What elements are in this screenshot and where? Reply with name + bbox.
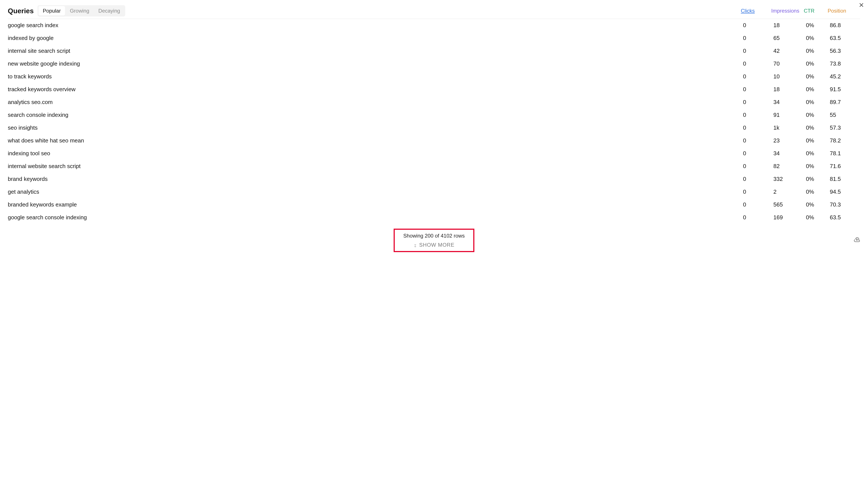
cell-impressions: 18 xyxy=(773,19,806,32)
cell-position: 71.6 xyxy=(830,160,860,173)
close-icon[interactable]: ✕ xyxy=(859,1,864,9)
table-row[interactable]: internal site search script0420%56.3 xyxy=(8,45,860,57)
cell-clicks: 0 xyxy=(743,32,773,45)
cell-position: 78.2 xyxy=(830,134,860,147)
table-row[interactable]: what does white hat seo mean0230%78.2 xyxy=(8,134,860,147)
cell-clicks: 0 xyxy=(743,45,773,57)
highlight-annotation: Showing 200 of 4102 rows ⌄⌄ SHOW MORE xyxy=(394,229,474,252)
cell-position: 86.8 xyxy=(830,19,860,32)
cell-ctr: 0% xyxy=(806,198,830,211)
cell-position: 45.2 xyxy=(830,70,860,83)
cell-query: what does white hat seo mean xyxy=(8,134,743,147)
cell-position: 70.3 xyxy=(830,198,860,211)
cell-clicks: 0 xyxy=(743,121,773,134)
table-row[interactable]: google search console indexing01690%63.5 xyxy=(8,211,860,224)
cell-impressions: 65 xyxy=(773,32,806,45)
cell-query: google search console indexing xyxy=(8,211,743,224)
table-row[interactable]: analytics seo.com0340%89.7 xyxy=(8,96,860,109)
cell-impressions: 34 xyxy=(773,96,806,109)
show-more-button[interactable]: ⌄⌄ SHOW MORE xyxy=(413,242,455,248)
tab-popular[interactable]: Popular xyxy=(38,6,65,16)
cell-impressions: 332 xyxy=(773,173,806,185)
table-row[interactable]: google search index0180%86.8 xyxy=(8,19,860,32)
column-header-clicks[interactable]: Clicks xyxy=(741,8,771,14)
cell-impressions: 82 xyxy=(773,160,806,173)
cell-ctr: 0% xyxy=(806,96,830,109)
cell-position: 81.5 xyxy=(830,173,860,185)
cell-query: to track keywords xyxy=(8,70,743,83)
cell-clicks: 0 xyxy=(743,57,773,70)
header: Queries Popular Growing Decaying Clicks … xyxy=(8,5,860,19)
table-footer: Showing 200 of 4102 rows ⌄⌄ SHOW MORE xyxy=(8,229,860,252)
cell-impressions: 23 xyxy=(773,134,806,147)
table-row[interactable]: tracked keywords overview0180%91.5 xyxy=(8,83,860,96)
cell-ctr: 0% xyxy=(806,83,830,96)
tab-decaying[interactable]: Decaying xyxy=(94,6,124,16)
cell-query: get analytics xyxy=(8,185,743,198)
cell-ctr: 0% xyxy=(806,147,830,160)
cell-query: analytics seo.com xyxy=(8,96,743,109)
cell-clicks: 0 xyxy=(743,109,773,121)
page-title: Queries xyxy=(8,7,34,15)
column-header-ctr[interactable]: CTR xyxy=(804,8,828,14)
cell-clicks: 0 xyxy=(743,160,773,173)
cell-ctr: 0% xyxy=(806,121,830,134)
table-row[interactable]: new website google indexing0700%73.8 xyxy=(8,57,860,70)
table-row[interactable]: indexed by google0650%63.5 xyxy=(8,32,860,45)
table-row[interactable]: internal website search script0820%71.6 xyxy=(8,160,860,173)
cell-ctr: 0% xyxy=(806,70,830,83)
tab-growing[interactable]: Growing xyxy=(65,6,94,16)
cell-query: indexed by google xyxy=(8,32,743,45)
cell-position: 78.1 xyxy=(830,147,860,160)
cell-query: internal site search script xyxy=(8,45,743,57)
cell-ctr: 0% xyxy=(806,185,830,198)
cell-ctr: 0% xyxy=(806,45,830,57)
cell-position: 91.5 xyxy=(830,83,860,96)
column-headers: Clicks Impressions CTR Position xyxy=(741,8,860,14)
table-row[interactable]: brand keywords03320%81.5 xyxy=(8,173,860,185)
table-row[interactable]: search console indexing0910%55 xyxy=(8,109,860,121)
cell-ctr: 0% xyxy=(806,160,830,173)
row-count-status: Showing 200 of 4102 rows xyxy=(403,233,465,239)
show-more-label: SHOW MORE xyxy=(419,242,455,248)
cell-clicks: 0 xyxy=(743,211,773,224)
cell-ctr: 0% xyxy=(806,134,830,147)
cell-query: brand keywords xyxy=(8,173,743,185)
cell-query: google search index xyxy=(8,19,743,32)
column-header-impressions[interactable]: Impressions xyxy=(771,8,804,14)
chevron-down-double-icon: ⌄⌄ xyxy=(413,243,417,247)
table-row[interactable]: get analytics020%94.5 xyxy=(8,185,860,198)
table-row[interactable]: branded keywords example05650%70.3 xyxy=(8,198,860,211)
cell-position: 56.3 xyxy=(830,45,860,57)
cell-ctr: 0% xyxy=(806,57,830,70)
cell-ctr: 0% xyxy=(806,211,830,224)
cell-position: 55 xyxy=(830,109,860,121)
cell-position: 89.7 xyxy=(830,96,860,109)
table-row[interactable]: to track keywords0100%45.2 xyxy=(8,70,860,83)
cell-position: 73.8 xyxy=(830,57,860,70)
tab-group: Popular Growing Decaying xyxy=(37,5,125,17)
cell-impressions: 91 xyxy=(773,109,806,121)
column-header-position[interactable]: Position xyxy=(828,8,858,14)
cell-ctr: 0% xyxy=(806,19,830,32)
cell-impressions: 10 xyxy=(773,70,806,83)
cell-ctr: 0% xyxy=(806,173,830,185)
cell-clicks: 0 xyxy=(743,83,773,96)
cell-ctr: 0% xyxy=(806,32,830,45)
cell-position: 94.5 xyxy=(830,185,860,198)
download-icon[interactable] xyxy=(854,236,860,244)
cell-impressions: 34 xyxy=(773,147,806,160)
cell-clicks: 0 xyxy=(743,198,773,211)
table-row[interactable]: seo insights01k0%57.3 xyxy=(8,121,860,134)
table-row[interactable]: indexing tool seo0340%78.1 xyxy=(8,147,860,160)
cell-impressions: 565 xyxy=(773,198,806,211)
cell-clicks: 0 xyxy=(743,134,773,147)
cell-position: 57.3 xyxy=(830,121,860,134)
cell-clicks: 0 xyxy=(743,70,773,83)
cell-clicks: 0 xyxy=(743,96,773,109)
cell-clicks: 0 xyxy=(743,19,773,32)
cell-query: indexing tool seo xyxy=(8,147,743,160)
queries-table: google search index0180%86.8indexed by g… xyxy=(8,19,860,224)
cell-clicks: 0 xyxy=(743,185,773,198)
cell-clicks: 0 xyxy=(743,147,773,160)
